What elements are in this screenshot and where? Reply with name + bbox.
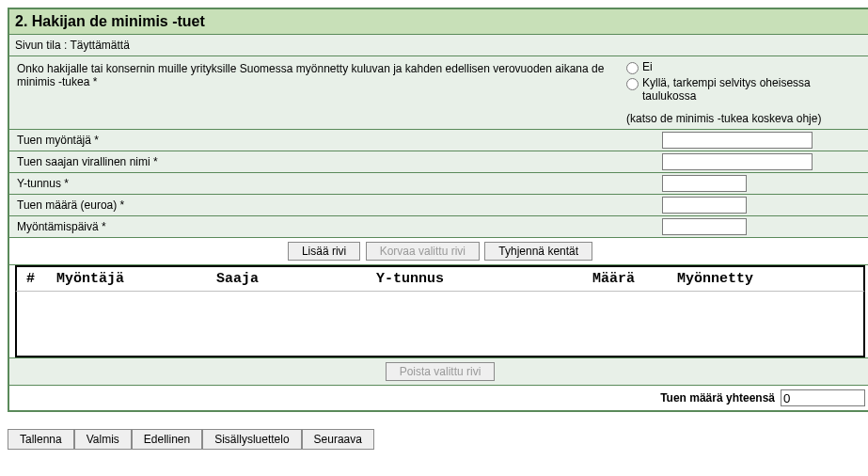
business-id-label: Y-tunnus *	[9, 173, 658, 194]
replace-row-button[interactable]: Korvaa valittu rivi	[366, 242, 480, 261]
question-options: Ei Kyllä, tarkempi selvitys oheisessa ta…	[621, 56, 868, 129]
total-label: Tuen määrä yhteensä	[660, 391, 775, 405]
grant-date-label: Myöntämispäivä *	[9, 216, 658, 237]
grid-body[interactable]	[15, 292, 865, 357]
delete-row-bar: Poista valittu rivi	[9, 357, 868, 386]
grid: # Myöntäjä Saaja Y-tunnus Määrä Myönnett…	[9, 265, 868, 357]
toc-button[interactable]: Sisällysluettelo	[202, 429, 301, 450]
col-granted: Myönnetty	[677, 271, 854, 287]
page-state: Sivun tila : Täyttämättä	[9, 35, 868, 56]
col-grantor: Myöntäjä	[56, 271, 216, 287]
total-row: Tuen määrä yhteensä	[9, 386, 868, 410]
col-business-id: Y-tunnus	[376, 271, 592, 287]
radio-no[interactable]	[626, 62, 639, 74]
grantor-input[interactable]	[662, 132, 813, 149]
de-minimis-section: 2. Hakijan de minimis -tuet Sivun tila :…	[8, 8, 868, 412]
recipient-label: Tuen saajan virallinen nimi *	[9, 151, 658, 172]
grid-header: # Myöntäjä Saaja Y-tunnus Määrä Myönnett…	[15, 265, 865, 292]
recipient-input[interactable]	[662, 153, 813, 170]
col-amount: Määrä	[592, 271, 677, 287]
radio-no-label: Ei	[642, 60, 653, 73]
col-index: #	[26, 271, 56, 287]
total-input[interactable]	[781, 389, 865, 406]
question-row: Onko hakijalle tai konsernin muille yrit…	[9, 56, 868, 130]
ready-button[interactable]: Valmis	[74, 429, 132, 450]
business-id-input[interactable]	[662, 175, 747, 192]
amount-label: Tuen määrä (euroa) *	[9, 195, 658, 215]
radio-yes[interactable]	[626, 78, 639, 90]
delete-row-button[interactable]: Poista valittu rivi	[386, 362, 496, 381]
next-button[interactable]: Seuraava	[302, 429, 374, 450]
amount-input[interactable]	[662, 197, 747, 214]
radio-yes-label: Kyllä, tarkempi selvitys oheisessa taulu…	[642, 76, 865, 103]
question-hint: (katso de minimis -tukea koskeva ohje)	[626, 112, 865, 125]
add-row-button[interactable]: Lisää rivi	[288, 242, 360, 261]
grant-date-input[interactable]	[662, 218, 747, 235]
section-title: 2. Hakijan de minimis -tuet	[9, 9, 868, 35]
question-label: Onko hakijalle tai konsernin muille yrit…	[9, 56, 621, 129]
footer-buttons: Tallenna Valmis Edellinen Sisällysluette…	[8, 429, 860, 450]
row-buttons: Lisää rivi Korvaa valittu rivi Tyhjennä …	[9, 238, 868, 265]
col-recipient: Saaja	[216, 271, 376, 287]
clear-fields-button[interactable]: Tyhjennä kentät	[484, 242, 592, 261]
save-button[interactable]: Tallenna	[8, 429, 74, 450]
grantor-label: Tuen myöntäjä *	[9, 130, 658, 151]
prev-button[interactable]: Edellinen	[132, 429, 202, 450]
